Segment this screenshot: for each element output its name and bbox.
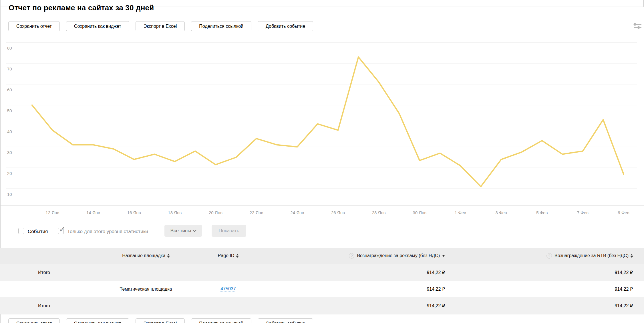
table-row: Тематическая площадка475037914,22 ₽914,2… (0, 281, 644, 297)
column-header-label: Вознаграждение за RTB (без НДС) (554, 253, 629, 258)
page-id-cell: 475037 (189, 281, 268, 297)
platform-name: Тематическая площадка (86, 281, 206, 297)
revenue-series-line (32, 57, 624, 187)
y-axis-tick-label: 30 (7, 150, 12, 155)
revenue-line-chart[interactable]: 807060504030201012 Янв14 Янв16 Янв18 Янв… (0, 0, 644, 222)
page-id-link[interactable]: 475037 (220, 286, 236, 292)
y-axis-tick-label: 60 (7, 87, 12, 92)
help-question-icon[interactable]: ? (546, 253, 552, 259)
table-header-row: Название площадкиPage ID?Вознаграждение … (0, 248, 644, 264)
revenue-value: 914,22 ₽ (615, 297, 633, 314)
report-page: Отчет по рекламе на сайтах за 30 дней Со… (0, 0, 644, 323)
x-axis-tick-label: 30 Янв (413, 210, 426, 215)
event-types-dropdown-label: Все типы (170, 228, 191, 233)
x-axis-tick-label: 18 Янв (168, 210, 182, 215)
event-types-dropdown[interactable]: Все типы (164, 225, 202, 237)
action-button-добавить-событие[interactable]: Добавить событие (258, 318, 313, 323)
x-axis-tick-label: 5 Фев (536, 210, 548, 215)
y-axis-tick-label: 20 (7, 171, 12, 176)
only-level-checkbox-label[interactable]: Только для этого уровня статистики (67, 229, 148, 235)
column-header-вознаграждение-за-рекламу-без-ндс-[interactable]: ?Вознаграждение за рекламу (без НДС) (349, 248, 445, 264)
table-total-row-bottom: Итого914,22 ₽914,22 ₽ (0, 297, 644, 314)
action-button-экспорт-в-excel[interactable]: Экспорт в Excel (136, 318, 185, 323)
revenue-value: 914,22 ₽ (615, 264, 633, 281)
y-axis-tick-label: 10 (7, 192, 12, 197)
events-checkbox-label[interactable]: События (28, 229, 48, 235)
chevron-down-icon (193, 228, 196, 232)
column-header-label: Название площадки (122, 253, 165, 258)
sort-both-icon (236, 254, 238, 258)
events-checkbox[interactable] (18, 228, 24, 234)
column-header-label: Page ID (218, 253, 234, 258)
column-header-вознаграждение-за-rtb-без-ндс-[interactable]: ?Вознаграждение за RTB (без НДС) (546, 248, 633, 264)
x-axis-tick-label: 1 Фев (455, 210, 466, 215)
revenue-value: 914,22 ₽ (427, 297, 445, 314)
x-axis-tick-label: 16 Янв (127, 210, 141, 215)
help-question-icon[interactable]: ? (349, 253, 354, 259)
total-label: Итого (38, 297, 50, 314)
column-header-label: Вознаграждение за рекламу (без НДС) (357, 253, 440, 258)
y-axis-tick-label: 50 (7, 108, 12, 113)
x-axis-tick-label: 24 Янв (290, 210, 304, 215)
column-header-название-площадки[interactable]: Название площадки (86, 248, 206, 264)
x-axis-tick-label: 9 Фев (618, 210, 629, 215)
show-events-button[interactable]: Показать (212, 225, 246, 237)
sort-desc-icon (442, 255, 445, 257)
sort-both-icon (167, 254, 170, 258)
x-axis-tick-label: 14 Янв (86, 210, 100, 215)
table-total-row-top: Итого914,22 ₽914,22 ₽ (0, 264, 644, 281)
revenue-value: 914,22 ₽ (427, 281, 445, 297)
action-button-поделиться-ссылкой[interactable]: Поделиться ссылкой (191, 318, 251, 323)
x-axis-tick-label: 26 Янв (331, 210, 345, 215)
total-label: Итого (38, 264, 50, 281)
report-actions-toolbar-bottom: Сохранить отчетСохранить как виджетЭкспо… (8, 318, 313, 323)
x-axis-tick-label: 12 Янв (45, 210, 59, 215)
only-level-checkbox[interactable]: ✓ (58, 228, 64, 234)
checkmark-icon: ✓ (59, 224, 66, 234)
column-header-page-id[interactable]: Page ID (189, 248, 268, 264)
x-axis-tick-label: 7 Фев (577, 210, 589, 215)
action-button-сохранить-отчет[interactable]: Сохранить отчет (8, 318, 60, 323)
y-axis-tick-label: 70 (7, 66, 12, 71)
sort-both-icon (631, 254, 633, 258)
x-axis-tick-label: 28 Янв (372, 210, 386, 215)
platforms-table: Название площадкиPage ID?Вознаграждение … (0, 248, 644, 314)
action-button-сохранить-как-виджет[interactable]: Сохранить как виджет (66, 318, 129, 323)
x-axis-tick-label: 20 Янв (209, 210, 222, 215)
revenue-value: 914,22 ₽ (615, 281, 633, 297)
y-axis-tick-label: 40 (7, 129, 12, 134)
y-axis-tick-label: 80 (7, 46, 12, 50)
x-axis-tick-label: 22 Янв (250, 210, 263, 215)
x-axis-tick-label: 3 Фев (495, 210, 507, 215)
revenue-value: 914,22 ₽ (427, 264, 445, 281)
